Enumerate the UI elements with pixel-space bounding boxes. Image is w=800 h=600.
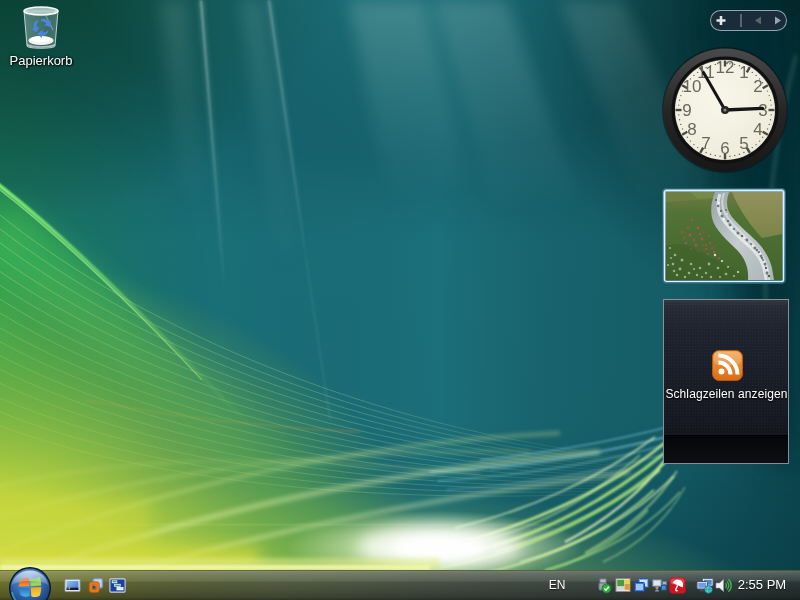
- svg-text:8: 8: [687, 120, 696, 139]
- svg-text:7: 7: [701, 134, 710, 153]
- svg-text:12: 12: [716, 58, 735, 77]
- svg-text:3: 3: [758, 101, 767, 120]
- svg-text:1: 1: [739, 63, 748, 82]
- svg-text:9: 9: [682, 101, 691, 120]
- svg-text:2: 2: [753, 77, 762, 96]
- svg-text:6: 6: [720, 139, 729, 158]
- svg-text:5: 5: [739, 134, 748, 153]
- svg-text:4: 4: [753, 120, 762, 139]
